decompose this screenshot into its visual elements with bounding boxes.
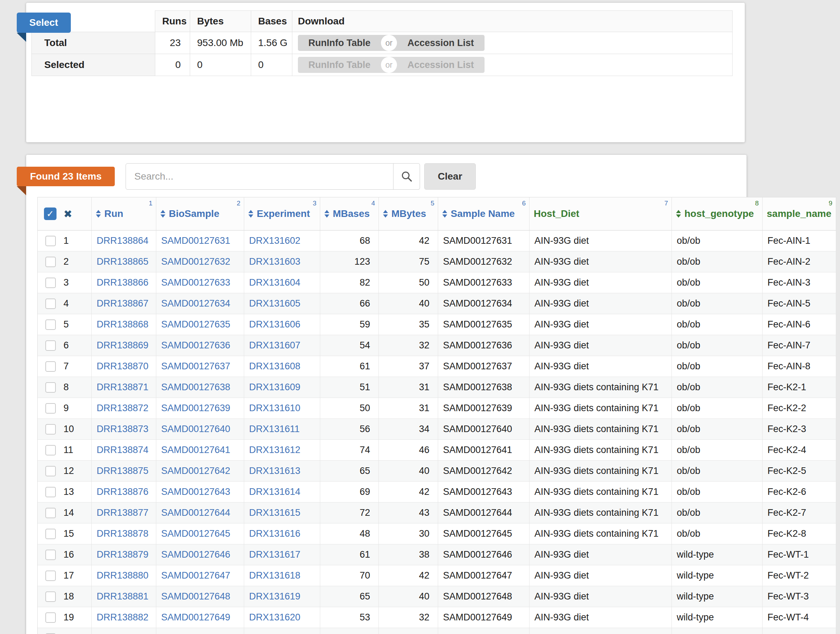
experiment-link[interactable]: DRX131609: [249, 382, 300, 393]
sort-icon[interactable]: [383, 210, 388, 218]
biosample-link[interactable]: SAMD00127636: [161, 340, 230, 351]
total-runinfo-table-button[interactable]: RunInfo Table: [298, 35, 381, 51]
search-input[interactable]: [126, 163, 393, 190]
experiment-link[interactable]: DRX131611: [249, 424, 300, 435]
run-link[interactable]: DRR138877: [96, 508, 148, 518]
experiment-link[interactable]: DRX131606: [249, 319, 300, 330]
row-checkbox[interactable]: [45, 278, 56, 288]
experiment-link[interactable]: DRX131615: [249, 508, 300, 518]
biosample-link[interactable]: SAMD00127644: [161, 508, 230, 518]
column-header[interactable]: 2 BioSample: [156, 197, 244, 230]
run-link[interactable]: DRR138868: [96, 319, 148, 330]
run-link[interactable]: DRR138880: [96, 570, 148, 581]
experiment-link[interactable]: DRX131620: [249, 612, 300, 623]
column-header[interactable]: 6 Sample Name: [438, 197, 529, 230]
biosample-link[interactable]: SAMD00127634: [161, 298, 230, 309]
column-header[interactable]: 1 Run: [92, 197, 156, 230]
run-link[interactable]: DRR138870: [96, 361, 148, 372]
run-link[interactable]: DRR138864: [96, 235, 148, 246]
run-link[interactable]: DRR138874: [96, 445, 148, 456]
run-link[interactable]: DRR138875: [96, 465, 148, 476]
sort-icon[interactable]: [442, 210, 447, 218]
run-link[interactable]: DRR138878: [96, 528, 148, 539]
row-checkbox[interactable]: [45, 508, 56, 518]
row-checkbox[interactable]: [45, 466, 56, 476]
row-checkbox[interactable]: [45, 236, 56, 246]
column-header[interactable]: 8 host_genotype: [672, 197, 763, 230]
biosample-link[interactable]: SAMD00127635: [161, 319, 230, 330]
experiment-link[interactable]: DRX131604: [249, 277, 300, 288]
run-link[interactable]: DRR138882: [96, 612, 148, 623]
experiment-link[interactable]: DRX131617: [249, 549, 300, 560]
biosample-link[interactable]: SAMD00127640: [161, 424, 230, 435]
biosample-link[interactable]: SAMD00127633: [161, 277, 230, 288]
row-checkbox[interactable]: [45, 257, 56, 267]
row-checkbox[interactable]: [45, 319, 56, 330]
run-link[interactable]: DRR138873: [96, 424, 148, 435]
clear-button[interactable]: Clear: [424, 163, 476, 190]
experiment-link[interactable]: DRX131613: [249, 465, 300, 476]
selected-runinfo-table-button[interactable]: RunInfo Table: [298, 57, 381, 73]
row-checkbox[interactable]: [45, 361, 56, 372]
biosample-link[interactable]: SAMD00127649: [161, 612, 230, 623]
run-link[interactable]: DRR138867: [96, 298, 148, 309]
run-link[interactable]: DRR138865: [96, 256, 148, 267]
biosample-link[interactable]: SAMD00127637: [161, 361, 230, 372]
experiment-link[interactable]: DRX131618: [249, 570, 300, 581]
clear-selection-icon[interactable]: ✖: [63, 208, 72, 220]
experiment-link[interactable]: DRX131605: [249, 298, 300, 309]
search-button[interactable]: [393, 163, 420, 190]
sort-icon[interactable]: [324, 210, 329, 218]
sort-icon[interactable]: [676, 210, 681, 218]
run-link[interactable]: DRR138881: [96, 591, 148, 602]
biosample-link[interactable]: SAMD00127639: [161, 403, 230, 413]
biosample-link[interactable]: SAMD00127642: [161, 465, 230, 476]
biosample-link[interactable]: SAMD00127631: [161, 235, 230, 246]
experiment-link[interactable]: DRX131607: [249, 340, 300, 351]
row-checkbox[interactable]: [45, 403, 56, 413]
run-link[interactable]: DRR138876: [96, 486, 148, 497]
row-checkbox[interactable]: [45, 612, 56, 623]
experiment-link[interactable]: DRX131602: [249, 235, 300, 246]
biosample-link[interactable]: SAMD00127632: [161, 256, 230, 267]
experiment-link[interactable]: DRX131616: [249, 528, 300, 539]
experiment-link[interactable]: DRX131608: [249, 361, 300, 372]
run-link[interactable]: DRR138869: [96, 340, 148, 351]
biosample-link[interactable]: SAMD00127646: [161, 549, 230, 560]
biosample-link[interactable]: SAMD00127638: [161, 382, 230, 393]
row-checkbox[interactable]: [45, 341, 56, 351]
select-all-checkbox[interactable]: ✓: [44, 208, 57, 220]
row-checkbox[interactable]: [45, 591, 56, 602]
biosample-link[interactable]: SAMD00127647: [161, 570, 230, 581]
column-header[interactable]: 5 MBytes: [379, 197, 438, 230]
experiment-link[interactable]: DRX131619: [249, 591, 300, 602]
run-link[interactable]: DRR138879: [96, 549, 148, 560]
row-checkbox[interactable]: [45, 571, 56, 581]
biosample-link[interactable]: SAMD00127648: [161, 591, 230, 602]
selected-accession-list-button[interactable]: Accession List: [397, 57, 485, 73]
run-link[interactable]: DRR138872: [96, 403, 148, 413]
select-tab[interactable]: Select: [17, 13, 71, 33]
experiment-link[interactable]: DRX131603: [249, 256, 300, 267]
sort-icon[interactable]: [248, 210, 253, 218]
sort-icon[interactable]: [161, 210, 165, 218]
sort-icon[interactable]: [96, 210, 101, 218]
run-link[interactable]: DRR138866: [96, 277, 148, 288]
row-checkbox[interactable]: [45, 424, 56, 435]
column-header[interactable]: 3 Experiment: [244, 197, 320, 230]
experiment-link[interactable]: DRX131610: [249, 403, 300, 413]
experiment-link[interactable]: DRX131614: [249, 486, 300, 497]
biosample-link[interactable]: SAMD00127641: [161, 445, 230, 456]
row-checkbox[interactable]: [45, 550, 56, 560]
biosample-link[interactable]: SAMD00127643: [161, 486, 230, 497]
run-link[interactable]: DRR138871: [96, 382, 148, 393]
experiment-link[interactable]: DRX131612: [249, 445, 300, 456]
total-accession-list-button[interactable]: Accession List: [397, 35, 485, 51]
column-header[interactable]: 4 MBases: [320, 197, 379, 230]
row-checkbox[interactable]: [45, 529, 56, 539]
row-checkbox[interactable]: [45, 382, 56, 393]
biosample-link[interactable]: SAMD00127645: [161, 528, 230, 539]
row-checkbox[interactable]: [45, 487, 56, 497]
row-checkbox[interactable]: [45, 445, 56, 456]
row-checkbox[interactable]: [45, 298, 56, 309]
